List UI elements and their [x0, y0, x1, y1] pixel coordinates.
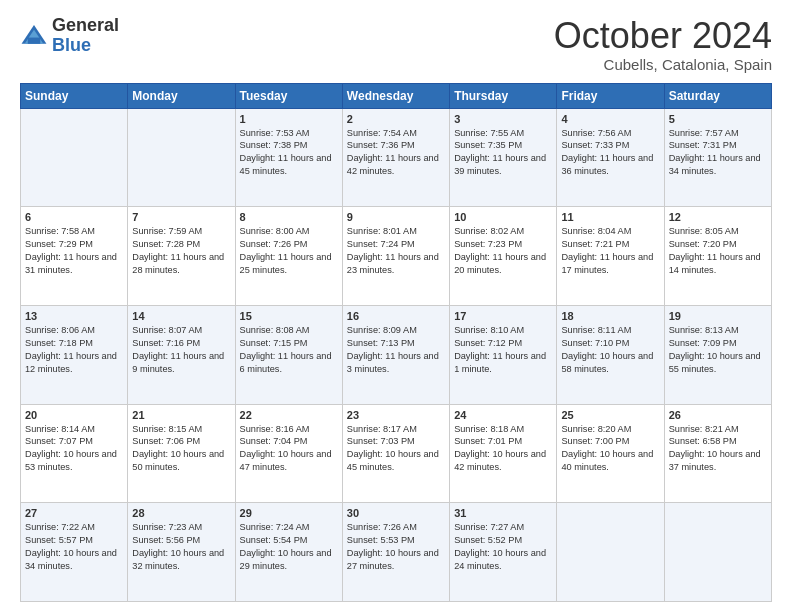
day-number: 19 [669, 310, 767, 322]
day-cell [21, 108, 128, 207]
day-number: 27 [25, 507, 123, 519]
day-info: Sunrise: 8:11 AM Sunset: 7:10 PM Dayligh… [561, 324, 659, 376]
page: General Blue October 2024 Cubells, Catal… [0, 0, 792, 612]
day-cell: 12Sunrise: 8:05 AM Sunset: 7:20 PM Dayli… [664, 207, 771, 306]
day-info: Sunrise: 8:05 AM Sunset: 7:20 PM Dayligh… [669, 225, 767, 277]
day-number: 22 [240, 409, 338, 421]
day-cell: 2Sunrise: 7:54 AM Sunset: 7:36 PM Daylig… [342, 108, 449, 207]
day-number: 7 [132, 211, 230, 223]
day-number: 20 [25, 409, 123, 421]
week-row-4: 27Sunrise: 7:22 AM Sunset: 5:57 PM Dayli… [21, 503, 772, 602]
header-day-saturday: Saturday [664, 83, 771, 108]
day-cell: 7Sunrise: 7:59 AM Sunset: 7:28 PM Daylig… [128, 207, 235, 306]
week-row-1: 6Sunrise: 7:58 AM Sunset: 7:29 PM Daylig… [21, 207, 772, 306]
day-info: Sunrise: 7:59 AM Sunset: 7:28 PM Dayligh… [132, 225, 230, 277]
day-number: 21 [132, 409, 230, 421]
day-number: 9 [347, 211, 445, 223]
day-info: Sunrise: 8:02 AM Sunset: 7:23 PM Dayligh… [454, 225, 552, 277]
day-number: 28 [132, 507, 230, 519]
day-cell: 19Sunrise: 8:13 AM Sunset: 7:09 PM Dayli… [664, 305, 771, 404]
day-cell: 25Sunrise: 8:20 AM Sunset: 7:00 PM Dayli… [557, 404, 664, 503]
header: General Blue October 2024 Cubells, Catal… [20, 16, 772, 73]
day-cell: 1Sunrise: 7:53 AM Sunset: 7:38 PM Daylig… [235, 108, 342, 207]
day-number: 17 [454, 310, 552, 322]
day-cell: 3Sunrise: 7:55 AM Sunset: 7:35 PM Daylig… [450, 108, 557, 207]
day-cell [557, 503, 664, 602]
day-cell: 29Sunrise: 7:24 AM Sunset: 5:54 PM Dayli… [235, 503, 342, 602]
day-cell: 24Sunrise: 8:18 AM Sunset: 7:01 PM Dayli… [450, 404, 557, 503]
day-number: 24 [454, 409, 552, 421]
day-info: Sunrise: 8:18 AM Sunset: 7:01 PM Dayligh… [454, 423, 552, 475]
header-day-monday: Monday [128, 83, 235, 108]
day-info: Sunrise: 7:53 AM Sunset: 7:38 PM Dayligh… [240, 127, 338, 179]
day-info: Sunrise: 8:17 AM Sunset: 7:03 PM Dayligh… [347, 423, 445, 475]
day-number: 3 [454, 113, 552, 125]
day-cell: 27Sunrise: 7:22 AM Sunset: 5:57 PM Dayli… [21, 503, 128, 602]
day-info: Sunrise: 8:04 AM Sunset: 7:21 PM Dayligh… [561, 225, 659, 277]
day-info: Sunrise: 8:21 AM Sunset: 6:58 PM Dayligh… [669, 423, 767, 475]
day-cell: 6Sunrise: 7:58 AM Sunset: 7:29 PM Daylig… [21, 207, 128, 306]
logo-text: General Blue [52, 16, 119, 56]
day-cell: 23Sunrise: 8:17 AM Sunset: 7:03 PM Dayli… [342, 404, 449, 503]
day-number: 5 [669, 113, 767, 125]
header-day-wednesday: Wednesday [342, 83, 449, 108]
day-info: Sunrise: 8:14 AM Sunset: 7:07 PM Dayligh… [25, 423, 123, 475]
day-cell: 5Sunrise: 7:57 AM Sunset: 7:31 PM Daylig… [664, 108, 771, 207]
day-number: 26 [669, 409, 767, 421]
header-row: SundayMondayTuesdayWednesdayThursdayFrid… [21, 83, 772, 108]
day-info: Sunrise: 7:27 AM Sunset: 5:52 PM Dayligh… [454, 521, 552, 573]
day-cell: 9Sunrise: 8:01 AM Sunset: 7:24 PM Daylig… [342, 207, 449, 306]
day-info: Sunrise: 7:57 AM Sunset: 7:31 PM Dayligh… [669, 127, 767, 179]
day-cell: 11Sunrise: 8:04 AM Sunset: 7:21 PM Dayli… [557, 207, 664, 306]
day-info: Sunrise: 8:09 AM Sunset: 7:13 PM Dayligh… [347, 324, 445, 376]
day-info: Sunrise: 8:13 AM Sunset: 7:09 PM Dayligh… [669, 324, 767, 376]
day-cell: 8Sunrise: 8:00 AM Sunset: 7:26 PM Daylig… [235, 207, 342, 306]
day-cell: 14Sunrise: 8:07 AM Sunset: 7:16 PM Dayli… [128, 305, 235, 404]
day-info: Sunrise: 7:26 AM Sunset: 5:53 PM Dayligh… [347, 521, 445, 573]
week-row-0: 1Sunrise: 7:53 AM Sunset: 7:38 PM Daylig… [21, 108, 772, 207]
day-number: 30 [347, 507, 445, 519]
day-info: Sunrise: 8:20 AM Sunset: 7:00 PM Dayligh… [561, 423, 659, 475]
day-info: Sunrise: 8:08 AM Sunset: 7:15 PM Dayligh… [240, 324, 338, 376]
day-number: 1 [240, 113, 338, 125]
calendar-body: 1Sunrise: 7:53 AM Sunset: 7:38 PM Daylig… [21, 108, 772, 601]
day-number: 25 [561, 409, 659, 421]
day-cell: 26Sunrise: 8:21 AM Sunset: 6:58 PM Dayli… [664, 404, 771, 503]
logo-blue: Blue [52, 35, 91, 55]
day-number: 14 [132, 310, 230, 322]
header-day-thursday: Thursday [450, 83, 557, 108]
logo-general: General [52, 15, 119, 35]
day-info: Sunrise: 8:15 AM Sunset: 7:06 PM Dayligh… [132, 423, 230, 475]
day-number: 23 [347, 409, 445, 421]
day-number: 6 [25, 211, 123, 223]
day-info: Sunrise: 8:16 AM Sunset: 7:04 PM Dayligh… [240, 423, 338, 475]
day-cell: 17Sunrise: 8:10 AM Sunset: 7:12 PM Dayli… [450, 305, 557, 404]
svg-rect-2 [28, 37, 40, 43]
week-row-3: 20Sunrise: 8:14 AM Sunset: 7:07 PM Dayli… [21, 404, 772, 503]
day-cell [664, 503, 771, 602]
header-day-friday: Friday [557, 83, 664, 108]
day-number: 13 [25, 310, 123, 322]
day-info: Sunrise: 8:06 AM Sunset: 7:18 PM Dayligh… [25, 324, 123, 376]
day-cell: 4Sunrise: 7:56 AM Sunset: 7:33 PM Daylig… [557, 108, 664, 207]
day-info: Sunrise: 8:07 AM Sunset: 7:16 PM Dayligh… [132, 324, 230, 376]
day-info: Sunrise: 8:00 AM Sunset: 7:26 PM Dayligh… [240, 225, 338, 277]
day-cell: 16Sunrise: 8:09 AM Sunset: 7:13 PM Dayli… [342, 305, 449, 404]
day-cell: 21Sunrise: 8:15 AM Sunset: 7:06 PM Dayli… [128, 404, 235, 503]
day-cell: 18Sunrise: 8:11 AM Sunset: 7:10 PM Dayli… [557, 305, 664, 404]
day-cell: 20Sunrise: 8:14 AM Sunset: 7:07 PM Dayli… [21, 404, 128, 503]
calendar-header: SundayMondayTuesdayWednesdayThursdayFrid… [21, 83, 772, 108]
day-cell: 22Sunrise: 8:16 AM Sunset: 7:04 PM Dayli… [235, 404, 342, 503]
day-cell: 30Sunrise: 7:26 AM Sunset: 5:53 PM Dayli… [342, 503, 449, 602]
month-title: October 2024 [554, 16, 772, 56]
day-info: Sunrise: 7:55 AM Sunset: 7:35 PM Dayligh… [454, 127, 552, 179]
day-cell: 31Sunrise: 7:27 AM Sunset: 5:52 PM Dayli… [450, 503, 557, 602]
header-day-sunday: Sunday [21, 83, 128, 108]
day-info: Sunrise: 8:01 AM Sunset: 7:24 PM Dayligh… [347, 225, 445, 277]
day-info: Sunrise: 8:10 AM Sunset: 7:12 PM Dayligh… [454, 324, 552, 376]
day-info: Sunrise: 7:58 AM Sunset: 7:29 PM Dayligh… [25, 225, 123, 277]
day-info: Sunrise: 7:24 AM Sunset: 5:54 PM Dayligh… [240, 521, 338, 573]
day-info: Sunrise: 7:22 AM Sunset: 5:57 PM Dayligh… [25, 521, 123, 573]
day-number: 15 [240, 310, 338, 322]
day-number: 29 [240, 507, 338, 519]
